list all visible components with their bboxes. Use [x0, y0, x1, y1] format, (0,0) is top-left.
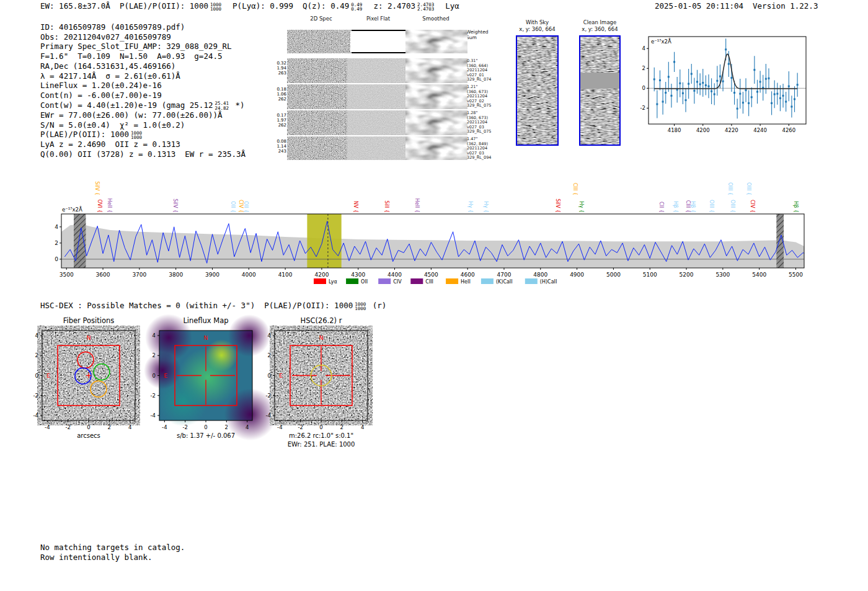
flux-units-annotation: e⁻¹⁷x2Å	[62, 206, 82, 213]
data-point	[714, 93, 715, 95]
x-tick-label: 4	[128, 424, 131, 430]
footer-line: Row intentionally blank.	[40, 553, 185, 562]
stacked-fraction: 10001000	[131, 131, 142, 140]
x-tick-label: 5000	[606, 272, 621, 278]
data-point	[722, 81, 724, 82]
x-tick-label: 4240	[753, 127, 767, 133]
panel-fiber-positions: Fiber PositionsNE-4-4-2-2002244arcsecs	[25, 313, 155, 450]
data-point	[737, 108, 738, 110]
x-tick-label: 0	[319, 424, 322, 430]
data-point	[691, 73, 693, 75]
legend-swatch	[481, 278, 494, 284]
data-point	[756, 91, 758, 92]
data-point	[696, 81, 698, 82]
hsc-dex-match-line: HSC-DEX : Possible Matches = 0 (within +…	[40, 301, 386, 311]
data-point	[739, 93, 741, 95]
x-tick-label: 5500	[789, 272, 803, 278]
stacked-fraction: 25.4124.82	[215, 101, 229, 110]
data-point	[774, 93, 776, 95]
y-tick-label: -2	[640, 105, 645, 111]
info-line: F=1.6" T=0.109 N=1.50 A=0.93 g=24.5	[40, 51, 246, 61]
cutout-column-header: Smoothed	[395, 16, 477, 22]
x-tick-label: 3800	[169, 272, 183, 278]
emission-line-label: CII {	[658, 202, 664, 213]
panel-xlabel: m:26.2 rc:1.0" s:0.1"	[289, 432, 353, 439]
y-tick-label: 4	[153, 332, 156, 339]
legend-swatch	[410, 278, 423, 284]
data-point	[785, 100, 787, 102]
emission-line-label: Hβ {	[673, 201, 678, 213]
info-line: Cont(n) = -6.00(±7.00)e-19	[40, 91, 246, 100]
report-timestamp: 2025-01-05 20:11:04	[655, 1, 743, 11]
data-point	[716, 80, 718, 82]
data-point	[656, 103, 658, 105]
cutout-image	[350, 112, 407, 134]
data-point	[733, 92, 735, 94]
x-tick-label: 5300	[715, 272, 730, 278]
sky-panel-image	[579, 35, 621, 146]
x-tick-label: -2	[182, 424, 187, 430]
x-tick-label: 3700	[132, 272, 146, 278]
x-tick-label: 4	[361, 424, 364, 430]
cutout-left-stats: 0.32 1.94 263	[270, 61, 286, 76]
info-line: P(LAE)/P(OII): 100010001000	[40, 130, 246, 140]
cutout-image	[409, 86, 464, 108]
y-tick-label: 0	[55, 256, 58, 262]
y-tick-label: -2	[266, 393, 271, 399]
emission-line-label: OIII {	[746, 182, 751, 195]
panel-hsc-26-2-r: HSC(26.2) rNE-4-4-2-2002244m:26.2 rc:1.0…	[257, 313, 388, 450]
legend-label: (K)CaII	[496, 279, 513, 285]
cutout-image	[290, 31, 348, 52]
compass-north-label: N	[204, 335, 208, 341]
data-point	[668, 76, 670, 78]
cutout-image	[350, 138, 407, 159]
footer-notes: No matching targets in catalog.Row inten…	[40, 543, 185, 562]
data-point	[662, 100, 664, 102]
x-tick-label: 4220	[725, 127, 738, 133]
info-line: Q(0.00) OII (3728) z = 0.1313 EW r = 235…	[40, 149, 246, 159]
data-point	[788, 86, 790, 87]
timestamp-version: 2025-01-05 20:11:04 Version 1.22.3	[655, 1, 818, 11]
legend-swatch	[314, 278, 326, 284]
footer-line: No matching targets in catalog.	[40, 543, 185, 553]
emission-line-label: CIV {	[750, 200, 755, 213]
data-point	[653, 78, 655, 80]
panel-title: Fiber Positions	[63, 316, 115, 325]
y-tick-label: 0	[35, 373, 38, 379]
emission-line-label: OVI {	[97, 199, 102, 213]
cutout-right-meta: 1.28" (360, 673) 20211204 v027_03 329_RL…	[467, 111, 491, 135]
data-point	[768, 78, 769, 79]
y-tick-label: 2	[268, 352, 271, 358]
y-tick-label: 2	[35, 352, 38, 358]
cutout-left-stats: 0.18 1.06 262	[270, 87, 286, 102]
y-tick-label: 0	[642, 85, 645, 91]
legend-label: (H)CaII	[540, 279, 557, 285]
data-point	[665, 92, 666, 94]
x-tick-label: 4	[246, 424, 249, 430]
y-tick-label: 4	[55, 224, 58, 230]
data-point	[659, 79, 661, 81]
detection-info-block: ID: 4016509789 (4016509789.pdf)Obs: 2021…	[40, 22, 246, 159]
header-item: z: 2.4703	[373, 1, 415, 11]
legend-swatch	[446, 278, 458, 284]
x-tick-label: 4300	[351, 272, 365, 278]
data-point	[765, 78, 767, 80]
x-tick-label: 4400	[388, 272, 402, 278]
info-line: S/N = 5.0(±0.4) χ² = 1.0(±0.2)	[40, 120, 246, 130]
compass-east-label: E	[279, 373, 283, 379]
y-tick-label: 2	[153, 352, 156, 358]
emission-line-label: HeII {	[107, 198, 112, 213]
gaussian-fit-line	[654, 54, 797, 89]
header-item: Q(z): 0.49	[303, 1, 349, 11]
panel-xlabel-2: EWr: 251. PLAE: 1000	[288, 441, 355, 448]
emission-line-label: Hγ {	[467, 202, 473, 213]
info-line: Obs: 20211204v027_4016509789	[40, 32, 246, 42]
info-line: Primary Spec_Slot_IFU_AMP: 329_088_029_R…	[40, 42, 246, 51]
emission-line-label: Hγ {	[578, 202, 584, 213]
data-point	[688, 83, 689, 85]
full-spectrum-plot: 3500360037003800390040004100420043004400…	[55, 165, 817, 292]
cutout-row	[289, 84, 464, 109]
legend-swatch	[378, 278, 391, 284]
legend-label: CIV	[393, 279, 402, 285]
data-point	[685, 99, 687, 101]
